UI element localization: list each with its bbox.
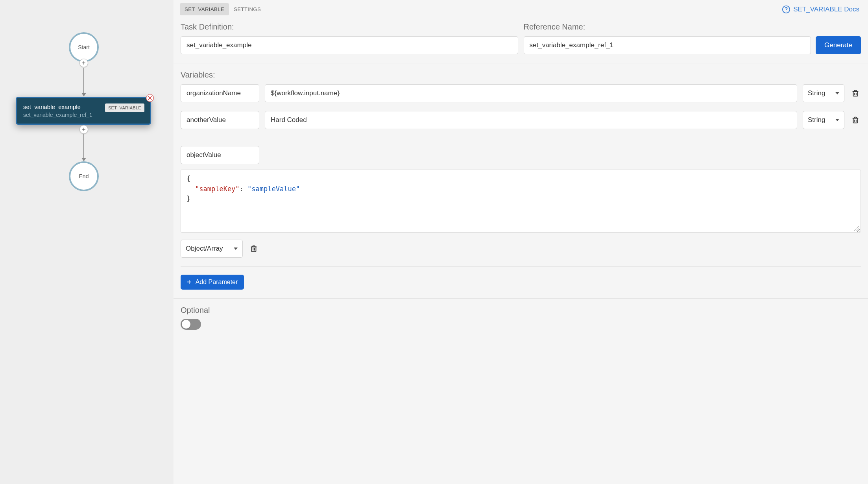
variable-value-input[interactable]: [265, 111, 797, 129]
code-key: "sampleKey": [195, 185, 240, 193]
divider: [181, 266, 861, 267]
variable-delete-button[interactable]: [850, 115, 861, 126]
variable-row: Object/Array: [181, 240, 861, 258]
docs-link-label: SET_VARIABLE Docs: [793, 6, 859, 13]
task-remove-button[interactable]: [146, 94, 154, 102]
workflow-start-node[interactable]: Start: [69, 32, 99, 62]
workflow-start-label: Start: [78, 44, 90, 50]
tab-settings[interactable]: SETTINGS: [229, 3, 266, 15]
reference-name-input[interactable]: [524, 36, 811, 54]
chevron-down-icon: [835, 92, 839, 94]
variable-row: [181, 146, 861, 164]
add-node-after-task[interactable]: +: [79, 125, 88, 134]
chevron-down-icon: [835, 119, 839, 121]
variable-json-editor[interactable]: { "sampleKey": "sampleValue" }: [181, 170, 861, 233]
svg-rect-2: [853, 91, 858, 96]
trash-icon: [249, 244, 258, 253]
workflow-end-node[interactable]: End: [69, 161, 99, 191]
section-task-def: Task Definition: Reference Name: Generat…: [174, 15, 868, 63]
code-token: {: [187, 175, 190, 183]
plus-icon: +: [187, 278, 192, 286]
task-ref: set_variable_example_ref_1: [23, 112, 144, 118]
toggle-knob: [182, 320, 190, 329]
svg-rect-4: [252, 247, 256, 251]
variable-name-input[interactable]: [181, 146, 259, 164]
svg-rect-3: [853, 118, 858, 123]
edge-task-to-end: [83, 134, 84, 161]
variables-label: Variables:: [181, 70, 861, 79]
trash-icon: [851, 89, 860, 98]
variable-delete-button[interactable]: [850, 88, 861, 99]
task-definition-label: Task Definition:: [181, 22, 518, 31]
chevron-down-icon: [234, 248, 238, 250]
trash-icon: [851, 115, 860, 125]
workflow-canvas[interactable]: Start + SET_VARIABLE set_variable_exampl…: [0, 0, 173, 484]
section-variables: Variables: String String: [174, 63, 868, 299]
generate-button[interactable]: Generate: [816, 36, 861, 54]
code-value: "sampleValue": [247, 185, 300, 193]
section-optional: Optional: [174, 299, 868, 338]
variable-delete-button[interactable]: [248, 243, 259, 254]
task-definition-input[interactable]: [181, 36, 518, 54]
reference-name-label: Reference Name:: [524, 22, 861, 31]
close-icon: [148, 96, 152, 100]
code-token: :: [240, 185, 247, 193]
help-icon: [782, 5, 790, 14]
svg-point-1: [786, 11, 787, 11]
task-type-badge: SET_VARIABLE: [105, 103, 144, 112]
variable-row: String: [181, 84, 861, 102]
variable-name-input[interactable]: [181, 111, 259, 129]
variable-type-select[interactable]: Object/Array: [181, 240, 243, 258]
variable-type-label: String: [808, 89, 825, 97]
tab-set-variable[interactable]: SET_VARIABLE: [180, 3, 229, 15]
tab-row: SET_VARIABLE SETTINGS SET_VARIABLE Docs: [174, 0, 868, 15]
variable-value-input[interactable]: [265, 84, 797, 102]
add-parameter-label: Add Parameter: [196, 279, 238, 286]
add-parameter-button[interactable]: + Add Parameter: [181, 275, 244, 290]
workflow-end-label: End: [79, 173, 89, 179]
workflow-task-node[interactable]: SET_VARIABLE set_variable_example set_va…: [16, 97, 151, 125]
add-node-after-start[interactable]: +: [79, 59, 88, 67]
variable-row: String: [181, 111, 861, 129]
variable-type-select[interactable]: String: [803, 111, 844, 129]
variable-type-label: String: [808, 116, 825, 124]
code-token: }: [187, 195, 190, 203]
variable-type-select[interactable]: String: [803, 84, 844, 102]
docs-link[interactable]: SET_VARIABLE Docs: [782, 5, 862, 14]
variable-name-input[interactable]: [181, 84, 259, 102]
config-panel: SET_VARIABLE SETTINGS SET_VARIABLE Docs …: [173, 0, 868, 484]
optional-toggle[interactable]: [181, 319, 201, 330]
optional-label: Optional: [181, 306, 861, 315]
resize-handle[interactable]: [854, 225, 859, 231]
variable-type-label: Object/Array: [186, 245, 223, 253]
divider: [181, 138, 861, 138]
edge-start-to-task: [83, 68, 84, 96]
